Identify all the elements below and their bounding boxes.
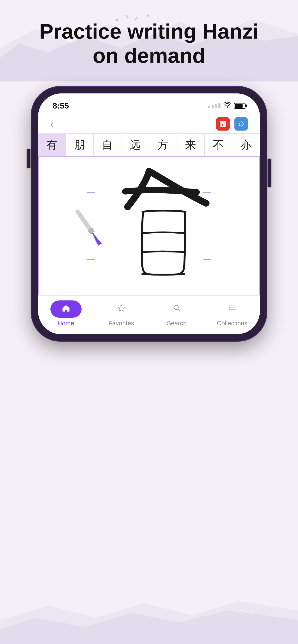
page-title: Practice writing Hanzi on demand (25, 19, 273, 68)
favorites-label: Favorites (108, 320, 134, 327)
collections-label: Collections (217, 320, 247, 327)
battery-icon (234, 103, 245, 109)
search-label: Search (167, 320, 186, 327)
char-cell-0[interactable]: 有 (38, 134, 66, 156)
home-icon (62, 304, 70, 314)
tab-home[interactable]: Home (38, 300, 94, 327)
status-icons (208, 102, 245, 110)
search-icon (172, 304, 181, 315)
char-cell-1[interactable]: 朋 (66, 134, 94, 156)
home-icon-wrap (50, 300, 82, 318)
app-navbar: ‹ (38, 114, 260, 134)
refresh-button[interactable] (234, 117, 248, 130)
bottom-mountains (0, 596, 298, 644)
home-label: Home (58, 320, 74, 327)
tab-bar: Home Favorites (38, 296, 260, 334)
phone-frame: 8:55 (32, 87, 266, 341)
svg-point-7 (227, 106, 228, 108)
phone-wrapper: 8:55 (27, 87, 271, 341)
favorites-icon (117, 304, 126, 315)
phone-screen: 8:55 (38, 94, 260, 334)
back-button[interactable]: ‹ (50, 118, 54, 130)
favorites-icon-wrap (113, 300, 130, 318)
tab-favorites[interactable]: Favorites (94, 300, 149, 327)
character-row: 有 朋 自 远 方 来 不 亦 (38, 134, 260, 156)
tab-search[interactable]: Search (149, 300, 204, 327)
char-cell-7[interactable]: 亦 (232, 134, 260, 156)
char-cell-6[interactable]: 不 (205, 134, 232, 156)
status-time: 8:55 (53, 101, 69, 110)
char-cell-4[interactable]: 方 (149, 134, 177, 156)
status-bar: 8:55 (38, 94, 260, 114)
hanzi-character (39, 157, 259, 295)
collections-icon (228, 304, 237, 315)
search-icon-wrap (168, 300, 186, 318)
svg-marker-12 (239, 122, 240, 124)
nav-actions (216, 117, 248, 130)
collections-icon-wrap (224, 300, 241, 318)
signal-icon (208, 103, 221, 108)
char-cell-3[interactable]: 远 (121, 134, 149, 156)
svg-line-16 (178, 309, 180, 311)
char-cell-2[interactable]: 自 (94, 134, 121, 156)
char-cell-5[interactable]: 来 (177, 134, 205, 156)
wifi-icon (223, 102, 231, 110)
svg-rect-9 (221, 121, 225, 124)
page-container: Practice writing Hanzi on demand 8:55 (0, 0, 298, 341)
tab-collections[interactable]: Collections (204, 300, 260, 327)
writing-area[interactable] (38, 156, 260, 296)
svg-rect-10 (221, 124, 225, 126)
svg-rect-11 (222, 124, 223, 126)
save-button[interactable] (216, 117, 230, 130)
